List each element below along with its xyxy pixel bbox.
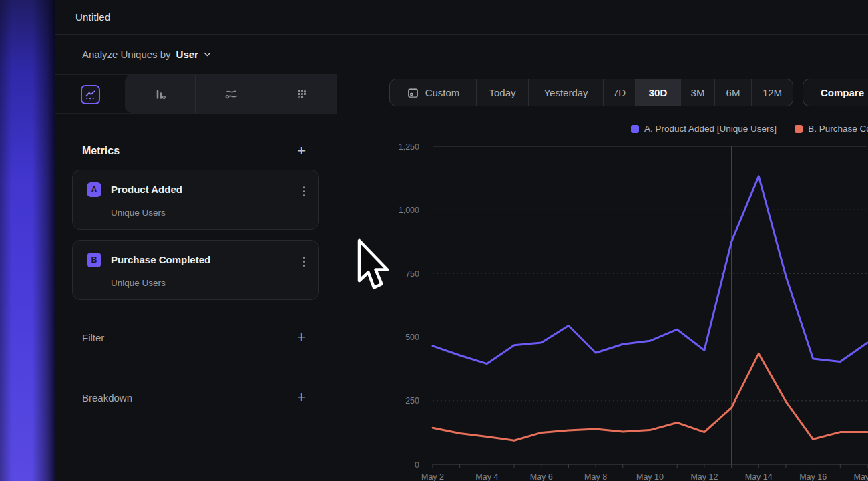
y-axis-tick-label: 250 (405, 396, 419, 406)
report-title: Untitled (75, 11, 110, 23)
background-gradient-strip (0, 0, 55, 481)
top-bar: Untitled (55, 0, 868, 35)
metric-name: Product Added (111, 184, 182, 195)
tab-bar-chart[interactable] (125, 75, 195, 113)
line-chart[interactable]: 02505007501,0001,250May 2May 4May 6May 8… (337, 35, 867, 480)
metric-measure[interactable]: Unique Users (111, 278, 166, 288)
metric-card[interactable]: A Product Added Unique Users (72, 170, 319, 230)
x-axis-tick-label: May 4 (475, 472, 498, 481)
x-axis-tick-label: May 10 (636, 472, 664, 481)
metric-badge: B (87, 253, 101, 267)
x-axis-tick-label: May 14 (745, 472, 773, 481)
breakdown-label: Breakdown (82, 392, 132, 404)
dot-grid-icon (294, 86, 310, 102)
series-line-b (433, 353, 867, 440)
x-axis-tick-label: May 6 (530, 472, 553, 481)
add-metric-button[interactable]: + (297, 144, 306, 158)
y-axis-tick-label: 1,250 (399, 142, 419, 152)
metric-badge: A (87, 182, 101, 197)
add-breakdown-button[interactable]: + (297, 391, 306, 404)
bar-chart-icon (152, 86, 168, 102)
x-axis-tick-label: May 8 (584, 472, 607, 481)
app-window: Untitled Analyze Uniques by User Metr (55, 0, 868, 481)
mouse-cursor (356, 238, 391, 295)
tab-dot-grid[interactable] (266, 75, 337, 113)
sidebar: Analyze Uniques by User Metrics + A (55, 35, 337, 480)
filter-section: Filter + (55, 329, 337, 345)
chart-type-tabs (55, 75, 337, 114)
analyze-row: Analyze Uniques by User (55, 35, 337, 75)
line-chart-icon (84, 88, 97, 101)
y-axis-tick-label: 750 (405, 269, 419, 279)
add-filter-button[interactable]: + (297, 331, 306, 344)
metric-card[interactable]: B Purchase Completed Unique Users (72, 240, 319, 300)
tab-line-chart-active[interactable] (81, 85, 100, 104)
filter-label: Filter (82, 332, 104, 343)
metrics-title: Metrics (82, 145, 120, 157)
metrics-header: Metrics + (55, 143, 337, 159)
y-axis-tick-label: 500 (405, 333, 419, 342)
analyze-label: Analyze Uniques by (82, 49, 171, 60)
y-axis-tick-label: 0 (415, 460, 419, 470)
metric-name: Purchase Completed (111, 254, 210, 265)
kebab-menu-icon[interactable] (303, 257, 305, 267)
flow-icon (223, 86, 239, 102)
series-line-a (433, 176, 867, 364)
kebab-menu-icon[interactable] (303, 186, 305, 196)
x-axis-tick-label: May 16 (799, 472, 827, 481)
metric-measure[interactable]: Unique Users (111, 208, 166, 218)
x-axis-tick-label: May 12 (690, 472, 718, 481)
x-axis-tick-label: May 2 (421, 472, 444, 481)
tab-flow[interactable] (195, 75, 266, 113)
breakdown-section: Breakdown + (55, 389, 337, 406)
analyze-entity-dropdown[interactable]: User (176, 49, 198, 60)
chart-type-tab-group (125, 75, 337, 113)
x-axis-tick-label: May 18 (854, 472, 868, 481)
y-axis-tick-label: 1,000 (399, 206, 419, 215)
metrics-list: A Product Added Unique Users B Purchase … (55, 170, 337, 300)
chevron-down-icon[interactable] (204, 52, 211, 57)
chart-panel: CustomTodayYesterday7D30D3M6M12M Compare… (337, 35, 868, 480)
